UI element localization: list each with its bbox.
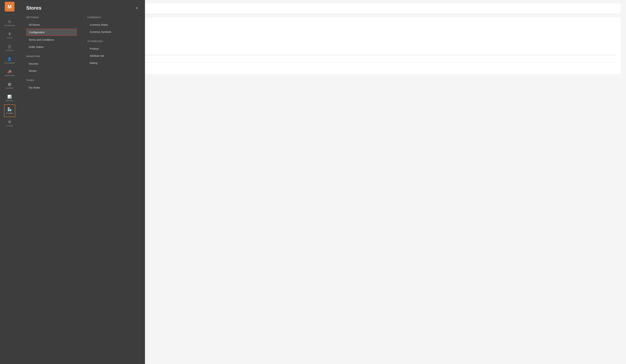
menu-item-currency-symbols[interactable]: Currency Symbols <box>87 29 138 35</box>
sidebar-item-sales[interactable]: $SALES <box>4 29 15 41</box>
sidebar-label-marketing: MARKETING <box>4 75 14 76</box>
overlay-left-col: Settings All Stores Configuration Terms … <box>26 16 77 96</box>
stores-dropdown: Stores × Settings All Stores Configurati… <box>19 0 145 364</box>
sidebar-item-customers[interactable]: 👤CUSTOMERS <box>4 54 15 67</box>
sidebar-label-system: SYSTEM <box>6 125 13 127</box>
main-area: ur dynamic product, order, and customer … <box>19 0 626 364</box>
taxes-heading: Taxes <box>26 79 77 81</box>
sidebar-item-catalog[interactable]: ◫CATALOG <box>4 41 15 54</box>
sidebar-divider <box>4 15 15 15</box>
close-button[interactable]: × <box>136 6 138 10</box>
sidebar-item-dashboard[interactable]: ⊙DASHBOARD <box>4 17 15 29</box>
menu-item-stocks[interactable]: Stocks <box>26 68 77 74</box>
reports-icon: 📊 <box>7 95 12 99</box>
system-icon: ⚙ <box>8 120 11 124</box>
menu-item-all-stores[interactable]: All Stores <box>26 21 77 28</box>
menu-item-tax-rules[interactable]: Tax Rules <box>26 84 77 91</box>
marketing-icon: 📣 <box>7 70 12 74</box>
menu-item-attribute-set[interactable]: Attribute Set <box>87 53 138 59</box>
sidebar-label-sales: SALES <box>7 37 12 39</box>
logo[interactable]: M <box>5 2 14 14</box>
menu-item-terms-conditions[interactable]: Terms and Conditions <box>26 36 77 43</box>
settings-heading: Settings <box>26 16 77 19</box>
overlay-columns: Settings All Stores Configuration Terms … <box>26 16 138 96</box>
stores-icon: 🏪 <box>7 107 12 111</box>
sidebar-label-catalog: CATALOG <box>6 50 13 51</box>
sales-icon: $ <box>8 32 11 36</box>
currency-heading: Currency <box>87 16 138 19</box>
sidebar-label-customers: CUSTOMERS <box>4 62 15 64</box>
overlay-title: Stores <box>26 5 41 11</box>
content-icon: ▦ <box>8 82 11 86</box>
inventory-section: Inventory Sources Stocks <box>26 55 77 74</box>
sidebar-label-reports: REPORTS <box>5 100 14 102</box>
sidebar-item-system[interactable]: ⚙SYSTEM <box>4 117 15 130</box>
menu-item-product[interactable]: Product <box>87 45 138 52</box>
sidebar-item-content[interactable]: ▦CONTENT <box>4 79 15 92</box>
overlay-right-col: Currency Currency Rates Currency Symbols… <box>87 16 138 96</box>
sidebar-nav: ⊙DASHBOARD$SALES◫CATALOG👤CUSTOMERS📣MARKE… <box>4 17 15 130</box>
svg-text:M: M <box>7 4 11 9</box>
sidebar-item-reports[interactable]: 📊REPORTS <box>4 92 15 104</box>
sidebar-item-stores[interactable]: 🏪STORES <box>4 104 15 117</box>
menu-item-currency-rates[interactable]: Currency Rates <box>87 21 138 28</box>
attributes-heading: Attributes <box>87 40 138 43</box>
catalog-icon: ◫ <box>8 44 11 48</box>
settings-section: Settings All Stores Configuration Terms … <box>26 16 77 50</box>
sidebar-item-marketing[interactable]: 📣MARKETING <box>4 67 15 79</box>
taxes-section: Taxes Tax Rules <box>26 79 77 91</box>
sidebar-label-stores: STORES <box>6 112 13 114</box>
sidebar-label-dashboard: DASHBOARD <box>4 25 15 26</box>
attributes-section: Attributes Product Attribute Set Rating <box>87 40 138 66</box>
overlay-header: Stores × <box>26 5 138 11</box>
menu-item-sources[interactable]: Sources <box>26 60 77 67</box>
currency-section: Currency Currency Rates Currency Symbols <box>87 16 138 35</box>
customers-icon: 👤 <box>7 57 12 61</box>
menu-item-rating[interactable]: Rating <box>87 60 138 66</box>
sidebar-label-content: CONTENT <box>5 87 14 89</box>
dashboard-icon: ⊙ <box>8 19 11 24</box>
menu-item-configuration[interactable]: Configuration <box>26 29 77 36</box>
sidebar: M ⊙DASHBOARD$SALES◫CATALOG👤CUSTOMERS📣MAR… <box>0 0 19 364</box>
inventory-heading: Inventory <box>26 55 77 58</box>
menu-item-order-status[interactable]: Order Status <box>26 44 77 50</box>
